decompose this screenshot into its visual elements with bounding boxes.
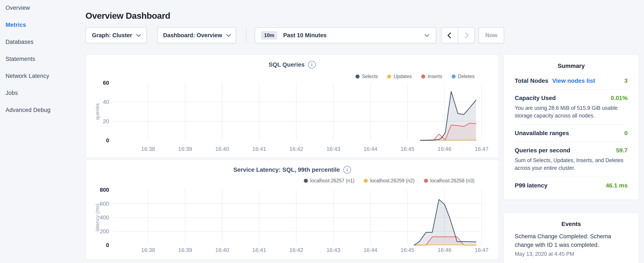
chart-title: SQL Queries [268,61,304,68]
legend-label: Updates [394,74,412,79]
legend-dot [304,179,308,183]
chevron-right-icon [462,32,469,39]
event-item[interactable]: Schema Change Completed: Schema change w… [515,232,628,257]
sidebar-item-network-latency[interactable]: Network Latency [6,73,49,79]
svg-text:16:39: 16:39 [178,146,192,152]
time-pager [441,27,475,43]
svg-text:16:43: 16:43 [326,247,340,253]
legend-label: Deletes [458,74,474,79]
svg-text:16:38: 16:38 [141,247,155,253]
chevron-down-icon [226,32,231,37]
svg-text:16:40: 16:40 [216,146,229,152]
svg-text:16:45: 16:45 [400,247,414,253]
svg-text:16:43: 16:43 [326,146,340,152]
svg-text:20: 20 [103,118,109,124]
page-title: Overview Dashboard [86,11,170,21]
summary-row-total-nodes: Total Nodes View nodes list 3 [515,72,628,90]
summary-value: 0.01% [611,95,628,102]
sidebar-item-advanced-debug[interactable]: Advanced Debug [6,107,50,113]
summary-row-unavailable-ranges: Unavailable ranges 0 [515,125,628,142]
svg-text:16:44: 16:44 [364,146,378,152]
events-panel: Events Schema Change Completed: Schema c… [504,213,639,263]
sql-queries-plot[interactable]: 16:3816:3916:4016:4116:4216:4316:4416:45… [86,55,499,158]
now-button-label: Now [486,32,498,39]
svg-text:60: 60 [103,80,109,86]
summary-row-queries-per-second: Queries per second 59.7 Sum of Selects, … [515,142,628,177]
sidebar-item-metrics[interactable]: Metrics [6,22,26,28]
svg-text:0: 0 [106,137,109,144]
sidebar: Overview Metrics Databases Statements Ne… [0,0,85,263]
svg-text:queries: queries [94,103,100,120]
dashboard-dropdown[interactable]: Dashboard: Overview [157,27,236,43]
legend-item-inserts[interactable]: Inserts [421,74,442,79]
legend-label: localhost:26259 (n2) [370,178,414,184]
summary-label: P99 latency [515,182,548,189]
legend-dot [364,179,368,183]
legend-item-n2[interactable]: localhost:26259 (n2) [364,178,414,184]
svg-text:16:39: 16:39 [178,247,192,253]
legend-dot [356,75,360,79]
info-icon[interactable] [343,166,351,174]
time-range-badge: 10m [261,31,277,40]
sidebar-item-databases[interactable]: Databases [6,39,34,45]
info-icon[interactable] [308,61,316,69]
svg-text:latency (ms): latency (ms) [94,204,100,231]
controls-divider [246,28,246,43]
svg-text:16:47: 16:47 [474,146,488,152]
now-button[interactable]: Now [478,27,504,43]
time-range-label: Past 10 Minutes [283,32,425,39]
svg-text:200: 200 [100,228,109,234]
svg-text:600: 600 [100,200,109,207]
legend-item-n3[interactable]: localhost:26258 (n3) [424,178,474,184]
sidebar-item-jobs[interactable]: Jobs [6,90,18,96]
legend-item-selects[interactable]: Selects [356,74,378,79]
time-range-dropdown[interactable]: 10m Past 10 Minutes [255,27,436,43]
dashboard-label: Dashboard: Overview [163,32,222,39]
chart-legend: localhost:26257 (n1) localhost:26259 (n2… [304,178,474,184]
chevron-left-icon [447,32,454,39]
sidebar-item-overview[interactable]: Overview [6,5,30,11]
svg-text:16:38: 16:38 [141,146,155,152]
chart-legend: Selects Updates Inserts Deletes [356,74,474,79]
summary-label: Capacity Used [515,95,556,102]
summary-row-p99-latency: P99 latency 46.1 ms [515,177,628,194]
summary-description: You are using 28.6 MiB of 515.9 GiB usab… [515,104,628,119]
svg-text:16:41: 16:41 [252,146,266,152]
svg-text:16:42: 16:42 [289,247,303,253]
legend-item-updates[interactable]: Updates [387,74,412,79]
svg-text:400: 400 [100,214,109,221]
svg-text:16:44: 16:44 [364,247,378,253]
view-nodes-list-link[interactable]: View nodes list [552,78,595,84]
svg-text:16:42: 16:42 [289,146,303,152]
summary-label: Unavailable ranges [515,130,569,137]
svg-text:16:47: 16:47 [474,247,488,253]
legend-label: localhost:26258 (n3) [430,178,474,184]
summary-title: Summary [515,63,628,69]
legend-label: localhost:26257 (n1) [310,178,354,184]
events-title: Events [515,221,628,227]
legend-dot [424,179,428,183]
summary-row-capacity-used: Capacity Used 0.01% You are using 28.6 M… [515,90,628,125]
summary-value: 0 [624,130,628,137]
legend-dot [387,75,391,79]
summary-panel: Summary Total Nodes View nodes list 3 Ca… [504,55,639,200]
legend-item-deletes[interactable]: Deletes [452,74,474,79]
time-back-button[interactable] [442,28,458,43]
summary-value: 59.7 [616,147,628,154]
service-latency-plot[interactable]: 16:3816:3916:4016:4116:4216:4316:4416:45… [86,160,499,260]
sidebar-item-statements[interactable]: Statements [6,56,35,62]
svg-text:800: 800 [100,187,109,193]
svg-text:16:41: 16:41 [252,247,266,253]
legend-dot [452,75,456,79]
legend-item-n1[interactable]: localhost:26257 (n1) [304,178,354,184]
chevron-down-icon [424,32,430,37]
time-forward-button[interactable] [458,28,474,43]
legend-label: Selects [362,74,378,79]
graph-scope-dropdown[interactable]: Graph: Cluster [86,27,147,43]
svg-text:16:46: 16:46 [438,146,451,152]
svg-text:16:40: 16:40 [216,247,229,253]
legend-label: Inserts [428,74,442,79]
event-timestamp: May 13, 2020 at 4:45 PM [515,251,628,257]
summary-value: 46.1 ms [606,182,628,189]
summary-value: 3 [624,78,628,84]
